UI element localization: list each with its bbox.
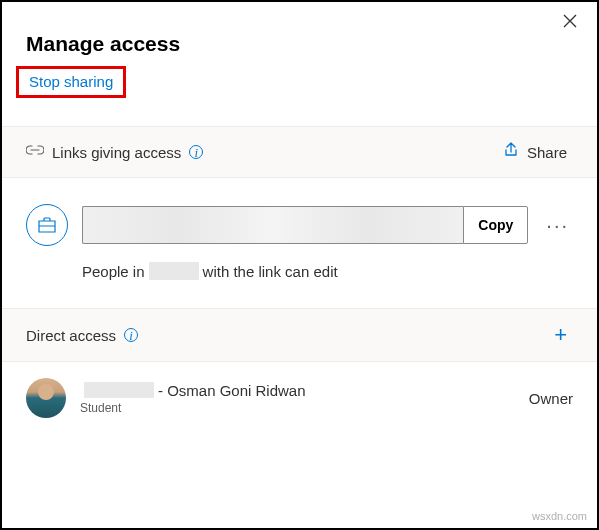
person-name-suffix: - Osman Goni Ridwan <box>158 382 306 399</box>
stop-sharing-link[interactable]: Stop sharing <box>29 73 113 90</box>
person-info: - Osman Goni Ridwan Student <box>26 378 306 418</box>
person-subtitle: Student <box>80 401 306 415</box>
direct-heading-text: Direct access <box>26 327 116 344</box>
link-desc-suffix: with the link can edit <box>203 263 338 280</box>
link-icon <box>26 143 44 161</box>
panel-title: Manage access <box>26 32 573 56</box>
person-name-line: - Osman Goni Ridwan <box>80 382 306 399</box>
watermark: wsxdn.com <box>532 510 587 522</box>
close-button[interactable] <box>557 12 583 32</box>
copy-link-button[interactable]: Copy <box>463 206 528 244</box>
avatar <box>26 378 66 418</box>
share-icon <box>503 142 519 162</box>
org-scope-badge <box>26 204 68 246</box>
link-desc-prefix: People in <box>82 263 145 280</box>
links-heading-group: Links giving access i <box>26 143 203 161</box>
link-more-menu[interactable]: ··· <box>542 214 573 237</box>
redacted-org-name <box>149 262 199 280</box>
info-icon[interactable]: i <box>189 145 203 159</box>
link-input-group: Copy <box>82 206 528 244</box>
add-direct-access-button[interactable]: + <box>548 323 573 347</box>
direct-heading-group: Direct access i <box>26 327 138 344</box>
person-role: Owner <box>529 390 573 407</box>
person-row[interactable]: - Osman Goni Ridwan Student Owner <box>2 362 597 434</box>
links-section-header: Links giving access i Share <box>2 126 597 178</box>
panel-header: Manage access Stop sharing <box>2 2 597 104</box>
briefcase-icon <box>37 216 57 234</box>
redacted-name-prefix <box>84 382 154 398</box>
share-link-row: Copy ··· <box>2 178 597 256</box>
direct-access-header: Direct access i + <box>2 308 597 362</box>
share-button[interactable]: Share <box>497 141 573 163</box>
person-text: - Osman Goni Ridwan Student <box>80 382 306 415</box>
stop-sharing-highlight: Stop sharing <box>16 66 126 98</box>
links-heading-text: Links giving access <box>52 144 181 161</box>
close-icon <box>563 14 577 28</box>
info-icon[interactable]: i <box>124 328 138 342</box>
link-description: People in with the link can edit <box>2 256 597 308</box>
share-button-label: Share <box>527 144 567 161</box>
share-link-input[interactable] <box>82 206 463 244</box>
manage-access-panel: Manage access Stop sharing Links giving … <box>0 0 599 530</box>
